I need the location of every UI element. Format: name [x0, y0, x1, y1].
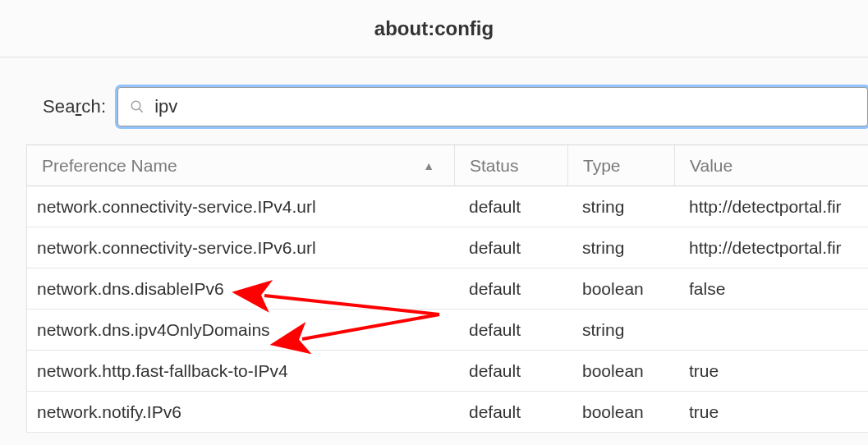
table-row[interactable]: network.connectivity-service.IPv4.url de… [27, 186, 868, 227]
pref-name: network.http.fast-fallback-to-IPv4 [27, 361, 454, 381]
pref-status: default [454, 279, 567, 299]
table-row[interactable]: network.notify.IPv6 default boolean true [27, 392, 868, 433]
table-row[interactable]: network.dns.ipv4OnlyDomains default stri… [27, 310, 868, 351]
table-row[interactable]: network.http.fast-fallback-to-IPv4 defau… [27, 351, 868, 392]
pref-value: http://detectportal.fir [674, 197, 868, 217]
pref-value: true [674, 361, 868, 381]
pref-value: http://detectportal.fir [674, 238, 868, 258]
pref-status: default [454, 320, 567, 340]
search-label: Search: [43, 96, 106, 117]
search-input[interactable] [153, 95, 856, 118]
search-icon [130, 99, 145, 114]
svg-line-1 [140, 109, 143, 112]
pref-type: boolean [567, 361, 674, 381]
sort-indicator-icon: ▲ [423, 159, 434, 172]
preferences-grid: Preference Name ▲ Status Type Value netw… [26, 145, 868, 433]
pref-name: network.connectivity-service.IPv4.url [27, 197, 454, 217]
pref-value: true [674, 402, 868, 422]
pref-type: boolean [567, 402, 674, 422]
pref-name: network.dns.ipv4OnlyDomains [27, 320, 454, 340]
table-row[interactable]: network.connectivity-service.IPv6.url de… [27, 227, 868, 268]
pref-name: network.dns.disableIPv6 [27, 279, 454, 299]
pref-value: false [674, 279, 868, 299]
pref-type: boolean [567, 279, 674, 299]
pref-type: string [567, 238, 674, 258]
page-title: about:config [374, 17, 494, 40]
pref-type: string [567, 197, 674, 217]
table-row[interactable]: network.dns.disableIPv6 default boolean … [27, 268, 868, 310]
pref-status: default [454, 402, 567, 422]
grid-header: Preference Name ▲ Status Type Value [27, 145, 868, 186]
pref-status: default [454, 238, 567, 258]
pref-type: string [567, 320, 674, 340]
search-box[interactable] [117, 87, 868, 126]
column-header-status[interactable]: Status [454, 145, 567, 186]
pref-status: default [454, 197, 567, 217]
search-row: Search: [0, 57, 868, 145]
pref-name: network.connectivity-service.IPv6.url [27, 238, 454, 258]
column-header-name[interactable]: Preference Name ▲ [27, 145, 454, 186]
pref-name: network.notify.IPv6 [27, 402, 454, 422]
title-bar: about:config [0, 0, 868, 57]
column-header-type[interactable]: Type [567, 145, 674, 186]
column-header-value[interactable]: Value [674, 145, 868, 186]
pref-status: default [454, 361, 567, 381]
svg-point-0 [131, 101, 140, 110]
